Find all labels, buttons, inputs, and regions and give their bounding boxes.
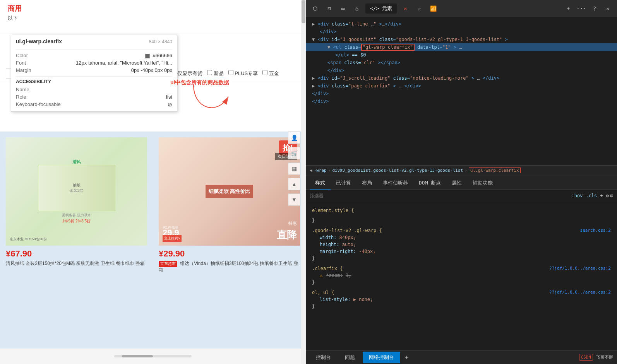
css-olul-liststyle: list-style: ▶ none; (312, 296, 611, 303)
name-label: Name (16, 87, 29, 92)
page-header: 商用 以下 (0, 0, 306, 34)
product-price-1: ¥67.90 (6, 249, 147, 259)
source-line-1: ▶ <div class="t-line …" >…</div> (306, 20, 617, 28)
css-clearfix-source[interactable]: ??jdf/1.0.0../area.css:2 (549, 265, 611, 272)
tooltip-font-row: Font 12px tahoma, arial, "Microsoft YaHe… (16, 59, 172, 67)
up-icon-btn[interactable]: ▲ (288, 178, 300, 190)
breadcrumb-goodslist[interactable]: div#J_goodsList.goods-list-v2.gl-type-1J… (332, 168, 463, 173)
source-line-divend: </div> (306, 28, 617, 36)
css-glwarp-height: height: auto; (312, 241, 611, 248)
styles-tabs: 样式 已计算 布局 事件侦听器 DOM 断点 属性 辅助功能 (306, 176, 617, 190)
css-glwarp-margin: margin-right: -40px; (312, 248, 611, 255)
home-btn[interactable]: ⌂ (351, 3, 362, 14)
styles-filter-input[interactable] (310, 193, 571, 198)
css-clearfix-zoom: ⚠ *zoom: 1; (312, 272, 611, 279)
html-source: ▶ <div class="t-line …" >…</div> </div> … (306, 17, 617, 165)
product-price-2: ¥29.90 (159, 249, 300, 259)
tooltip-role-row: Role list (16, 93, 172, 101)
product-image-1: 清风 抽纸金装3层 柔韧备备 强力吸水 1件9折 2件8.5折 京东木业 MR1… (6, 137, 147, 246)
css-rule-element-close: } (306, 215, 617, 226)
filter-settings-btn[interactable]: ⚙ (606, 193, 609, 198)
tab-properties[interactable]: 属性 (446, 177, 467, 190)
products-area: 清风 抽纸金装3层 柔韧备备 强力吸水 1件9折 2件8.5折 京东木业 MR1… (0, 132, 306, 349)
checkbox-new[interactable]: 新品 (207, 70, 224, 77)
tab-dom-breakpoints[interactable]: DOM 断点 (413, 177, 446, 190)
device-toggle-btn[interactable]: ⧈ (324, 3, 334, 14)
color-label: Color (16, 53, 28, 58)
css-olul-source[interactable]: ??jdf/1.0.0../area.css:2 (549, 289, 611, 296)
tab-styles[interactable]: 样式 (310, 177, 331, 190)
product-title-1: 清风抽纸 金装3层150抽*20包M码 亲肤无刺激 卫生纸 餐巾纸巾 整箱 (6, 260, 147, 267)
css-glwarp-source[interactable]: search.css:2 (580, 227, 611, 234)
tooltip-keyboard-row: Keyboard-focusable ⊘ (16, 101, 172, 108)
breadcrumb-wrap[interactable]: ·wrap (314, 168, 327, 173)
css-glwarp-width: width: 840px; (312, 234, 611, 241)
scroll-track[interactable] (114, 355, 192, 357)
tab-network-console[interactable]: 网络控制台 (363, 352, 400, 363)
css-rules: element.style { } .goods-list-v2 .gl-war… (306, 202, 617, 350)
tab-event-listeners[interactable]: 事件侦听器 (377, 177, 413, 190)
user-icon-btn[interactable]: 👤 (288, 132, 300, 144)
css-clearfix-selector: .clearfix { (312, 266, 343, 271)
filter-hov-btn[interactable]: :hov (571, 193, 583, 198)
filter-add-btn[interactable]: + (600, 193, 603, 198)
sub-text: 以下 (8, 15, 298, 22)
filter-more-btn[interactable]: ⊞ (610, 193, 613, 198)
down-icon-btn[interactable]: ▼ (288, 193, 300, 206)
role-label: Role (16, 94, 26, 100)
sources-icon-btn[interactable]: ☆ (414, 3, 425, 14)
close-devtools-btn[interactable]: ✕ (602, 3, 613, 14)
styles-filter: :hov .cls + ⚙ ⊞ (306, 190, 617, 202)
user-text: 飞哥不胖 (596, 354, 613, 360)
toolbar-right: + ··· ? ✕ (563, 3, 613, 14)
color-swatch (145, 54, 150, 58)
product-card-1[interactable]: 清风 抽纸金装3层 柔韧备备 强力吸水 1件9折 2件8.5折 京东木业 MR1… (0, 132, 153, 349)
warning-icon: ⚠ (320, 273, 322, 278)
breadcrumb-ul[interactable]: ul.gl-warp.clearfix (469, 167, 521, 173)
product-title-2: 京东超市 维达（Vinda）抽纸细韧3层100抽24包 抽纸餐巾卫生纸 整箱 (159, 260, 300, 273)
source-line-goodslist: ▼ <div id="J_goodsList" class="goods-lis… (306, 36, 617, 43)
tab-accessibility[interactable]: 辅助功能 (467, 177, 498, 190)
checkbox-plus[interactable]: PLUS专享 (228, 70, 258, 77)
help-btn[interactable]: ? (589, 3, 600, 14)
font-label: Font (16, 60, 26, 66)
tab-elements[interactable]: </> 元素 (365, 3, 397, 14)
source-line-divend2: </div> (306, 67, 617, 74)
more-options-btn[interactable]: ··· (576, 3, 587, 14)
bottom-tabs: 控制台 问题 网络控制台 + CSDN 飞哥不胖 (306, 350, 617, 364)
right-icons: 👤 🛒 ▦ ▲ ▼ (288, 132, 300, 206)
network-icon-btn[interactable]: 📶 (428, 3, 439, 14)
device-mode-btn[interactable]: ▭ (338, 3, 348, 14)
css-rule-clearfix: .clearfix { ??jdf/1.0.0../area.css:2 ⚠ *… (306, 263, 617, 287)
checkbox-group: 仅显示有货 新品 PLUS专享 五金 (171, 70, 279, 77)
breadcrumb-bar: ◀ ·wrap › div#J_goodsList.goods-list-v2.… (306, 165, 617, 176)
jd-tag: 京东超市 (159, 261, 177, 267)
bottom-right: CSDN 飞哥不胖 (579, 354, 614, 361)
tab-computed[interactable]: 已计算 (331, 177, 356, 190)
left-scrollbar-thumb[interactable] (302, 0, 305, 23)
add-tab-btn[interactable]: + (402, 352, 412, 362)
tab-console[interactable]: 控制台 (310, 352, 337, 363)
scroll-thumb[interactable] (122, 355, 153, 357)
product-card-2[interactable]: 细腻柔软 高性价比 抢! 次日送达 特惠 直降 买1件低至 29.9 立上抢购>… (153, 132, 306, 349)
source-line-ul[interactable]: ▼ <ul class="gl-warp clearfix" data-tpl=… (306, 43, 617, 51)
tooltip-margin-row: Margin 0px -40px 0px 0px (16, 67, 172, 74)
css-rule-olul: ol, ul { ??jdf/1.0.0../area.css:2 list-s… (306, 287, 617, 311)
tab-layout[interactable]: 布局 (356, 177, 377, 190)
filter-cls-btn[interactable]: .cls (586, 193, 597, 198)
brand-text: 商用 (8, 4, 298, 13)
inspect-element-btn[interactable]: ⬡ (310, 3, 320, 14)
tab-issues[interactable]: 问题 (339, 352, 361, 363)
grid-icon-btn[interactable]: ▦ (288, 162, 300, 175)
csdn-badge: CSDN (579, 354, 593, 361)
checkbox-hardware[interactable]: 五金 (262, 70, 279, 77)
css-rule-glwarp: .goods-list-v2 .gl-warp { search.css:2 w… (306, 226, 617, 263)
font-value: 12px tahoma, arial, "Microsoft YaHei", "… (76, 60, 172, 66)
close-panel-btn[interactable]: ✕ (400, 3, 411, 14)
cart-icon-btn[interactable]: 🛒 (288, 147, 300, 159)
breadcrumb-arrow: ◀ (310, 168, 312, 173)
role-value: list (166, 94, 172, 100)
tooltip-color-row: Color #666666 (16, 52, 172, 59)
add-tab-btn[interactable]: + (563, 3, 574, 14)
left-scrollbar (301, 0, 306, 364)
